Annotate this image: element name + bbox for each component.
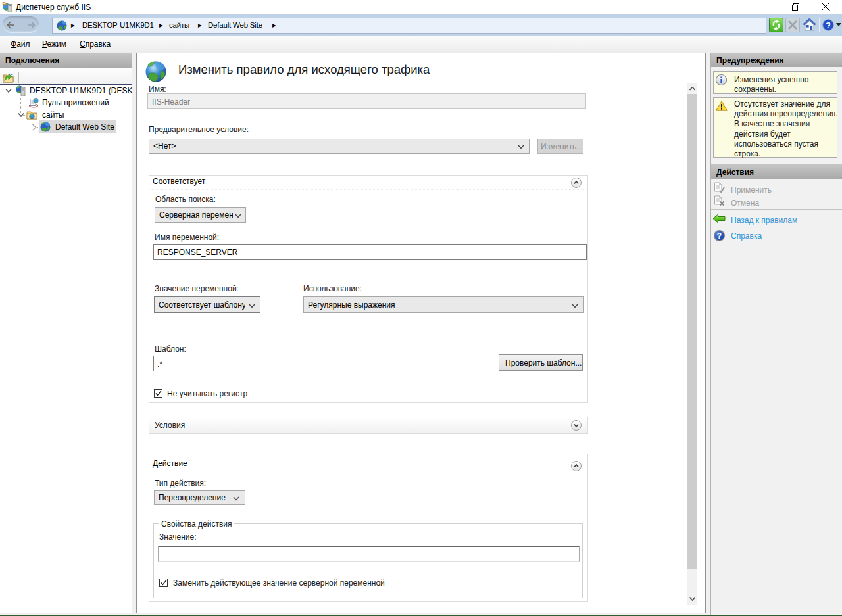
svg-text:?: ? — [826, 20, 831, 30]
svg-text:?: ? — [717, 231, 722, 241]
